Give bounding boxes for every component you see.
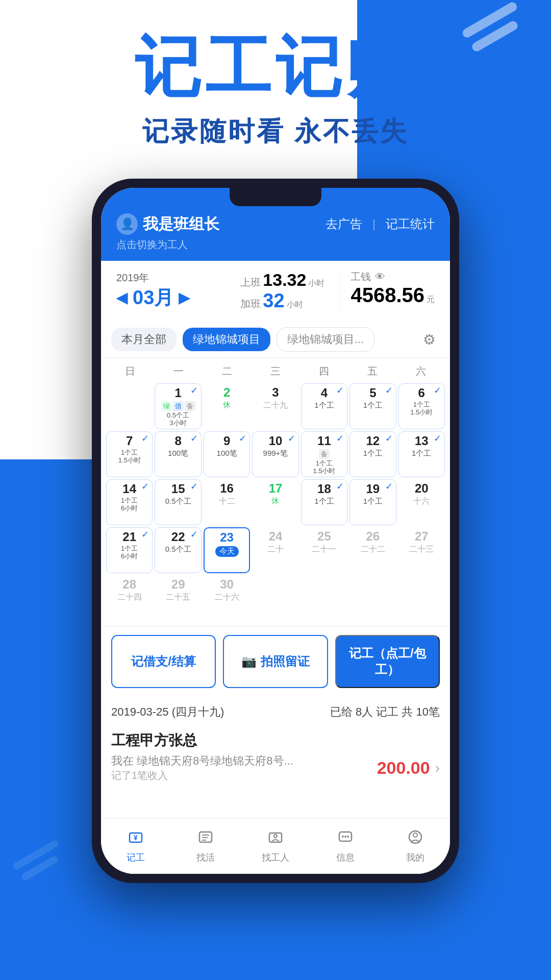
cal-cell-26[interactable]: 26 二十二 xyxy=(349,527,396,573)
cal-cell-2[interactable]: 2 休 xyxy=(204,383,250,429)
wage-stat: 工钱 👁 4568.56 元 xyxy=(340,270,435,312)
nav-item-work[interactable]: ¥ 记工 xyxy=(101,818,171,874)
nav-item-messages[interactable]: 信息 xyxy=(310,818,380,874)
cal-cell-21[interactable]: 21 ✓ 1个工6小时 xyxy=(106,527,153,573)
cal-cell-6[interactable]: 6 ✓ 1个工1.5小时 xyxy=(398,383,445,429)
nav-label-profile: 我的 xyxy=(406,851,424,864)
cal-cell-30[interactable]: 30 二十六 xyxy=(204,575,250,621)
work-6: 1个工1.5小时 xyxy=(410,401,433,416)
cal-cell-27[interactable]: 27 二十三 xyxy=(398,527,445,573)
cal-cell-7[interactable]: 7 ✓ 1个工1.5小时 xyxy=(106,431,153,477)
eye-icon[interactable]: 👁 xyxy=(375,271,385,283)
cal-cell-10[interactable]: 10 ✓ 999+笔 xyxy=(252,431,298,477)
ad-button[interactable]: 去广告 xyxy=(325,216,362,232)
month-display: 03月 xyxy=(133,285,173,311)
sub-title: 记录随时看 永不丢失 xyxy=(0,114,551,150)
cal-cell-28[interactable]: 28 二十四 xyxy=(106,575,153,621)
app-content: 👤 我是班组长 去广告 | 记工统计 点击切换为工人 xyxy=(101,188,450,874)
cal-cell-11[interactable]: 11 ✓ 备 1个工1.5小时 xyxy=(301,431,347,477)
check-22: ✓ xyxy=(190,529,198,540)
cal-cell-23[interactable]: 23 今天 xyxy=(204,527,250,573)
nav-icon-find-workers xyxy=(267,829,284,849)
cal-cell-25[interactable]: 25 二十一 xyxy=(301,527,347,573)
photo-btn[interactable]: 📷 拍照留证 xyxy=(223,635,328,688)
weekday-fri: 五 xyxy=(348,361,396,381)
cal-cell-24[interactable]: 24 二十 xyxy=(252,527,298,573)
date-25: 25 xyxy=(317,529,331,544)
tab-all[interactable]: 本月全部 xyxy=(111,328,177,351)
cal-cell-18[interactable]: 18 ✓ 1个工 xyxy=(301,479,347,525)
cal-cell-17[interactable]: 17 休 xyxy=(252,479,298,525)
lunar-20: 十六 xyxy=(413,496,430,507)
work-btn[interactable]: 记工（点工/包工） xyxy=(335,635,440,688)
date-9: 9 xyxy=(223,434,230,449)
cal-cell-e3 xyxy=(349,575,396,621)
date-5: 5 xyxy=(369,386,376,401)
nav-item-find-workers[interactable]: 找工人 xyxy=(241,818,311,874)
cal-cell-3[interactable]: 3 二十九 xyxy=(252,383,298,429)
phone-notch xyxy=(230,188,321,206)
prev-month-btn[interactable]: ◀ xyxy=(116,289,128,306)
cal-cell-29[interactable]: 29 二十五 xyxy=(155,575,201,621)
nav-item-find-jobs[interactable]: 找活 xyxy=(171,818,241,874)
lunar-26: 二十二 xyxy=(361,544,385,555)
cal-cell-19[interactable]: 19 ✓ 1个工 xyxy=(349,479,396,525)
work-8: 100笔 xyxy=(168,449,188,458)
date-16: 16 xyxy=(220,481,234,496)
cal-cell-15[interactable]: 15 ✓ 0.5个工 xyxy=(155,479,201,525)
svg-point-9 xyxy=(342,836,344,838)
wage-unit: 元 xyxy=(427,295,435,305)
check-14: ✓ xyxy=(141,481,149,492)
record-desc: 我在 绿地锦天府8号绿地锦天府8号... xyxy=(111,753,293,769)
next-month-btn[interactable]: ▶ xyxy=(179,289,190,306)
check-13: ✓ xyxy=(434,433,441,444)
cal-cell-8[interactable]: 8 ✓ 100笔 xyxy=(155,431,201,477)
weekday-tue: 二 xyxy=(203,361,252,381)
cal-cell-4[interactable]: 4 ✓ 1个工 xyxy=(301,383,347,429)
check-8: ✓ xyxy=(190,433,198,444)
date-12: 12 xyxy=(366,434,380,449)
cal-cell-1[interactable]: 1 ✓ 绿 借 备 0.5个工3小时 xyxy=(155,383,201,429)
user-icon-circle: 👤 xyxy=(116,213,138,235)
lunar-16: 十二 xyxy=(219,496,235,507)
cal-cell-empty1 xyxy=(106,383,153,429)
overtime-value: 32 xyxy=(263,290,284,312)
cal-cell-e4 xyxy=(398,575,445,621)
cal-cell-20[interactable]: 20 十六 xyxy=(398,479,445,525)
svg-point-13 xyxy=(413,833,417,837)
record-title: 工程甲方张总 xyxy=(111,731,440,750)
record-item[interactable]: 工程甲方张总 我在 绿地锦天府8号绿地锦天府8号... 记了1笔收入 200.0… xyxy=(111,725,440,789)
cal-cell-12[interactable]: 12 ✓ 1个工 xyxy=(349,431,396,477)
work-10: 999+笔 xyxy=(263,449,288,458)
check-9: ✓ xyxy=(239,433,246,444)
header-user[interactable]: 👤 我是班组长 xyxy=(116,213,219,235)
cal-cell-13[interactable]: 13 ✓ 1个工 xyxy=(398,431,445,477)
lunar-25: 二十一 xyxy=(312,544,336,555)
settings-icon[interactable]: ⚙ xyxy=(418,329,440,350)
cal-cell-9[interactable]: 9 ✓ 100笔 xyxy=(204,431,250,477)
header-actions: 去广告 | 记工统计 xyxy=(325,216,435,232)
cal-cell-22[interactable]: 22 ✓ 0.5个工 xyxy=(155,527,201,573)
cal-cell-14[interactable]: 14 ✓ 1个工6小时 xyxy=(106,479,153,525)
borrow-btn[interactable]: 记借支/结算 xyxy=(111,635,216,688)
stats-button[interactable]: 记工统计 xyxy=(386,216,435,232)
nav-icon-work: ¥ xyxy=(128,829,144,849)
phone-wrapper: 👤 我是班组长 去广告 | 记工统计 点击切换为工人 xyxy=(92,179,459,883)
work-22: 0.5个工 xyxy=(165,545,191,554)
nav-item-profile[interactable]: 我的 xyxy=(380,818,450,874)
lunar-3: 二十九 xyxy=(263,400,288,411)
date-10: 10 xyxy=(269,434,283,449)
cal-cell-16[interactable]: 16 十二 xyxy=(204,479,250,525)
tag-green-1: 绿 xyxy=(161,401,172,411)
work-unit: 小时 xyxy=(308,278,324,289)
lunar-29: 二十五 xyxy=(166,592,190,603)
today-badge: 今天 xyxy=(215,546,239,557)
work-14: 1个工6小时 xyxy=(121,497,138,512)
date-1: 1 xyxy=(174,386,181,401)
stats-right: 上班 13.32 小时 加班 32 小时 xyxy=(240,270,435,312)
cal-cell-5[interactable]: 5 ✓ 1个工 xyxy=(349,383,396,429)
check-1: ✓ xyxy=(190,385,198,396)
tab-project2[interactable]: 绿地锦城项目... xyxy=(277,327,374,352)
tab-project1[interactable]: 绿地锦城项目 xyxy=(183,328,270,351)
date-2: 2 xyxy=(223,385,230,400)
